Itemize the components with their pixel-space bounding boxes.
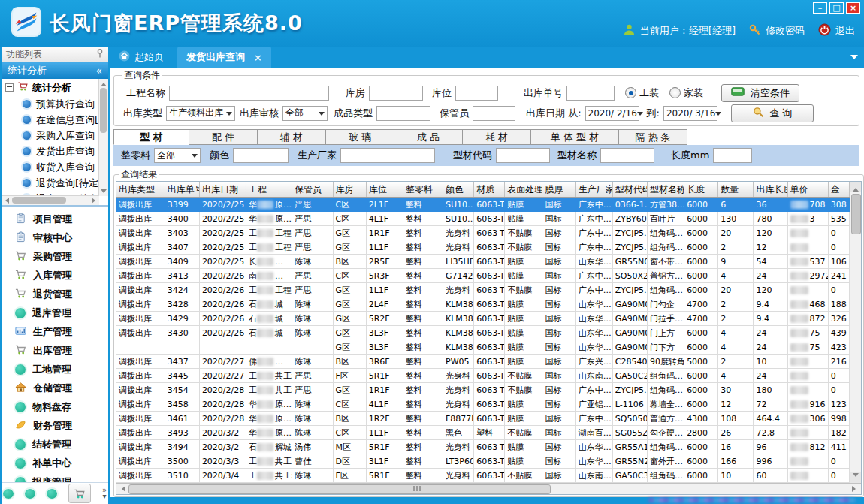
radio-gongzhuang[interactable] (625, 87, 636, 98)
material-tab-8[interactable]: 隔 热 条 (619, 129, 687, 145)
tree-item[interactable]: 预算执行查询 (2, 96, 99, 112)
column-header[interactable]: 出库日期 (199, 182, 246, 198)
module-dot-icon[interactable] (47, 489, 57, 499)
sidebar-module-项目管理[interactable]: 项目管理 (2, 210, 108, 228)
date-from-select[interactable]: 2020/ 2/16 (585, 106, 639, 121)
tree-item[interactable]: 采购入库查询 (2, 128, 99, 143)
table-row[interactable]: 调拨出库34092020/2/25长…陈琳B区2R5F整料LI35HD6063-… (116, 255, 850, 269)
sidebar-module-物料盘存[interactable]: 物料盘存 (2, 397, 108, 416)
material-tab-4[interactable]: 玻 璃 (326, 129, 394, 145)
sidebar-module-结转管理[interactable]: 结转管理 (2, 435, 108, 454)
table-row[interactable]: 调拨出库34282020/2/26石城陈琳G区2L4F整料KLM38176063… (116, 297, 850, 312)
maximize-button[interactable]: □ (829, 2, 844, 14)
close-button[interactable]: × (846, 2, 860, 14)
logout-button[interactable]: 退出 (818, 23, 855, 38)
table-row[interactable]: 调拨出库34302020/2/26石城陈琳G区3L3F整料KLM38176063… (116, 326, 850, 340)
table-row[interactable]: 调拨出库34292020/2/26石城陈琳G区5R2F整料KLM38176063… (116, 312, 850, 326)
minimize-button[interactable]: – (813, 2, 827, 14)
tabstrip-dropdown-icon[interactable] (850, 55, 858, 63)
column-header[interactable]: 材质 (474, 182, 505, 198)
sidebar-module-退库管理[interactable]: 退库管理 (2, 303, 108, 322)
tree-vertical-scrollbar[interactable] (98, 79, 108, 196)
column-header[interactable]: 膜厚 (542, 182, 575, 198)
horizontal-scrollbar[interactable] (116, 483, 861, 494)
tab-shipping-outbound-query[interactable]: 发货出库查询 × (177, 47, 271, 68)
column-header[interactable]: 表面处理 (505, 182, 542, 198)
whole-piece-select[interactable]: 全部 (154, 148, 201, 163)
sidebar-module-财务管理[interactable]: 财务管理 (2, 416, 108, 435)
table-row[interactable]: 调拨出库34002020/2/25华原…严思C区4L1F整料SU10…6063-… (116, 212, 850, 226)
sidebar-module-报废管理[interactable]: 报废管理 (2, 472, 108, 482)
sidebar-group-header[interactable]: 统计分析 « (2, 62, 108, 79)
location-input[interactable] (455, 86, 498, 101)
sidebar-module-仓储管理[interactable]: 仓储管理 (2, 379, 108, 397)
table-row[interactable]: 调拨出库34242020/2/26工工程严思G区1L1F整料光身料6063-T5… (116, 283, 850, 297)
date-to-select[interactable]: 2020/ 3/16 (663, 106, 717, 121)
sidebar-module-退货管理[interactable]: 退货管理 (2, 285, 108, 303)
sidebar-module-采购管理[interactable]: 采购管理 (2, 247, 108, 266)
column-header[interactable]: 长度 (684, 182, 718, 198)
tree-horizontal-scrollbar[interactable] (2, 195, 99, 205)
column-header[interactable]: 库位 (366, 182, 403, 198)
vertical-scroll-thumb[interactable] (851, 194, 861, 234)
column-header[interactable]: 库房 (333, 182, 366, 198)
sidebar-module-入库管理[interactable]: 入库管理 (2, 266, 108, 285)
table-row[interactable]: 调拨出库34612020/2/28华原…陈琳B区1R2F整料F8877FT606… (116, 412, 850, 426)
column-header[interactable]: 生产厂家 (575, 182, 612, 198)
keeper-input[interactable] (473, 106, 515, 121)
sidebar-module-审核中心[interactable]: 审核中心 (2, 228, 108, 247)
column-header[interactable]: 颜色 (443, 182, 474, 198)
tree-expander-icon[interactable] (5, 83, 14, 92)
material-tab-6[interactable]: 耗 材 (463, 129, 531, 145)
material-tab-1[interactable]: 型 材 (113, 129, 189, 145)
pin-icon[interactable] (96, 49, 104, 60)
table-row[interactable]: 调拨出库34032020/2/25工工程严思G区1R1F整料光身料6063-T5… (116, 226, 850, 240)
profile-name-input[interactable] (600, 148, 654, 163)
module-dot-icon[interactable] (3, 489, 14, 499)
tab-home[interactable]: 起始页 (110, 47, 173, 68)
column-header[interactable]: 保管员 (292, 182, 333, 198)
tree-item[interactable]: 在途信息查询[待 (2, 112, 99, 128)
sidebar-module-工地管理[interactable]: 工地管理 (2, 360, 108, 379)
column-header[interactable]: 工程 (246, 182, 292, 198)
column-header[interactable]: 出库类型 (116, 182, 165, 198)
profile-code-input[interactable] (496, 148, 550, 163)
collapse-icon[interactable]: « (95, 65, 102, 77)
project-name-input[interactable] (169, 86, 329, 101)
clear-conditions-button[interactable]: 清空条件 (721, 84, 799, 102)
tree-item[interactable]: 退货查询[待定] (2, 175, 99, 191)
table-row[interactable]: 调拨出库34942020/3/2石辉城汤伟M区5R1F整料光身料6063-T5贴… (116, 440, 850, 454)
table-row[interactable]: 调拨出库34452020/2/27工共工程严思F区5R1F整料光身料6063-T… (116, 369, 850, 383)
manufacturer-input[interactable] (340, 148, 435, 163)
column-header[interactable]: 金 (828, 182, 849, 198)
column-header[interactable]: 型材代码 (612, 182, 647, 198)
column-header[interactable]: 数量 (718, 182, 754, 198)
table-row[interactable]: 调拨出库35002020/3/3工共工程曹佳D区3L1F整料LT3P606063… (116, 454, 850, 469)
module-dot-icon[interactable] (25, 489, 35, 499)
column-header[interactable]: 单价 (787, 182, 828, 198)
column-header[interactable]: 出库长度 (754, 182, 787, 198)
material-tab-7[interactable]: 单 体 型 材 (531, 129, 619, 145)
change-password-button[interactable]: 修改密码 (749, 24, 805, 38)
table-row[interactable]: 调拨出库33992020/2/25华原…严思C区2L1F整料SU10…6063-… (116, 198, 850, 212)
material-tab-3[interactable]: 辅 材 (258, 129, 326, 145)
column-header[interactable]: 整零料 (403, 182, 443, 198)
table-row[interactable]: 调拨出库35102020/3/4工共工程陈琳F区5R1F整料光身料6063-T5… (116, 469, 850, 483)
product-type-input[interactable] (376, 106, 430, 121)
table-row[interactable]: 调拨出库34582020/2/28华原…陈琳C区4L1F整料光身料6063-T5… (116, 397, 850, 412)
table-row[interactable]: 调拨出库34132020/2/26南…严思C区5R3F整料G714226063-… (116, 269, 850, 283)
material-tab-2[interactable]: 配 件 (189, 129, 258, 145)
audit-status-select[interactable]: 全部 (282, 106, 328, 121)
cart-module-button[interactable] (68, 484, 91, 503)
scroll-down-button[interactable] (850, 472, 861, 483)
sidebar-module-出库管理[interactable]: 出库管理 (2, 341, 108, 360)
radio-jiazhuang[interactable] (669, 87, 681, 98)
tree-item[interactable]: 收货入库查询 (2, 159, 99, 175)
tab-close-icon[interactable]: × (254, 52, 262, 63)
column-header[interactable]: 出库单号 (165, 182, 199, 198)
tree-item[interactable]: 发货出库查询 (2, 143, 99, 159)
color-input[interactable] (233, 148, 289, 163)
tree-root-statistics[interactable]: 统计分析 (2, 79, 99, 96)
table-row[interactable]: 调拨出库34072020/2/25工工程严思G区1L1F整料光身料6063-T5… (116, 240, 850, 255)
vertical-scrollbar[interactable] (850, 182, 861, 483)
